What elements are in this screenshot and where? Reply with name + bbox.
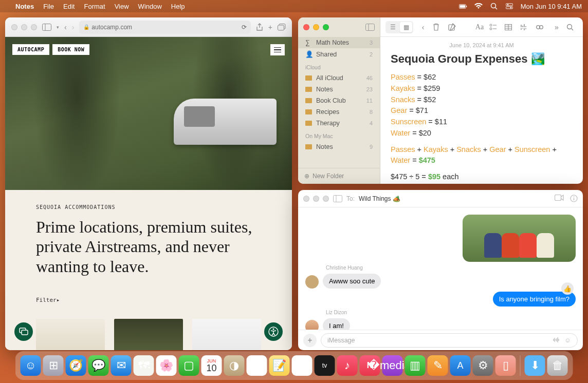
back-icon[interactable]: ‹ [64, 23, 67, 31]
dock-finder[interactable]: ☺ [21, 355, 41, 376]
menu-format[interactable]: Format [84, 3, 105, 10]
message-bubble[interactable]: Awww soo cute [323, 274, 381, 289]
sidebar-toggle-icon[interactable] [365, 24, 375, 31]
apps-button[interactable]: + [303, 334, 317, 347]
dock-contacts[interactable]: ◑ [224, 355, 245, 376]
info-icon[interactable] [570, 195, 578, 202]
menu-file[interactable]: File [43, 3, 54, 10]
folder-row[interactable]: Notes23 [298, 84, 380, 95]
book-now-button[interactable]: BOOK NOW [52, 44, 89, 55]
app-menu[interactable]: Notes [15, 3, 34, 10]
forward-icon[interactable]: › [72, 23, 75, 31]
view-toggle[interactable]: ☰ ▦ [385, 21, 413, 33]
chevron-down-icon[interactable]: ▾ [57, 25, 59, 30]
folder-row[interactable]: Therapy4 [298, 118, 380, 129]
more-icon[interactable]: » [551, 23, 562, 31]
folder-row[interactable]: Recipes8 [298, 106, 380, 118]
listing-thumb[interactable] [114, 319, 183, 350]
window-controls[interactable] [303, 24, 329, 30]
site-logo[interactable]: AUTOCAMP [12, 44, 49, 55]
sidebar-toggle-icon[interactable] [42, 24, 51, 31]
tapback-icon[interactable]: 👍 [561, 282, 574, 295]
share-icon[interactable] [256, 23, 263, 31]
tabs-icon[interactable] [278, 24, 286, 31]
dock-pages[interactable]: ✎ [428, 355, 448, 376]
media-icon[interactable] [520, 24, 531, 31]
reload-icon[interactable]: ⟳ [242, 24, 247, 31]
filter-button[interactable]: Filter▸ [36, 297, 261, 303]
accessibility-icon[interactable] [264, 322, 283, 341]
dock-safari[interactable]: 🧭 [66, 355, 86, 376]
dock-calendar[interactable]: JUN10 [201, 355, 222, 376]
wifi-icon[interactable] [474, 2, 483, 10]
menu-view[interactable]: View [115, 3, 129, 10]
window-controls[interactable] [303, 196, 329, 202]
format-icon[interactable]: Aa [474, 23, 485, 31]
address-bar[interactable]: 🔒 autocamp.com ⟳ [79, 21, 250, 34]
gallery-view-icon[interactable]: ▦ [400, 22, 412, 32]
safari-viewport[interactable]: AUTOCAMP BOOK NOW SEQUOIA ACCOMMODATIONS… [5, 37, 292, 350]
back-icon[interactable]: ‹ [417, 23, 429, 31]
checklist-icon[interactable] [489, 24, 501, 31]
audio-icon[interactable] [552, 337, 560, 344]
dock-photos[interactable]: 🌸 [156, 355, 177, 376]
spotlight-icon[interactable] [490, 2, 498, 10]
trash-icon[interactable] [433, 23, 444, 31]
link-icon[interactable] [536, 24, 547, 30]
dock-mail[interactable]: ✉ [111, 355, 132, 376]
dock-downloads[interactable]: ⬇ [525, 355, 545, 376]
avatar[interactable] [305, 320, 319, 330]
folder-row[interactable]: All iCloud46 [298, 72, 380, 84]
dock-launchpad[interactable]: ⊞ [43, 355, 64, 376]
dock-tv[interactable]: tv [315, 355, 335, 376]
dock-facetime[interactable]: ▢ [179, 355, 199, 376]
avatar[interactable] [305, 275, 319, 289]
menu-window[interactable]: Window [138, 3, 162, 10]
dock-settings[interactable]: ⚙ [473, 355, 493, 376]
battery-icon[interactable] [459, 2, 467, 10]
chat-icon[interactable] [14, 322, 33, 341]
sidebar-toggle-icon[interactable] [333, 195, 342, 202]
dock-music[interactable]: ♪ [337, 355, 358, 376]
dock-maps[interactable]: 🗺 [134, 355, 154, 376]
dock-iphone-mirror[interactable]: ▯ [495, 355, 516, 376]
folder-row[interactable]: Notes9 [298, 141, 380, 152]
menu-edit[interactable]: Edit [63, 3, 75, 10]
listing-thumb[interactable] [36, 319, 105, 350]
listing-thumb[interactable] [192, 319, 261, 350]
message-input[interactable]: iMessage ☺ [321, 333, 578, 348]
dock-appstore[interactable]: A [450, 355, 471, 376]
list-view-icon[interactable]: ☰ [387, 22, 399, 32]
clock[interactable]: Mon Jun 10 9:41 AM [521, 3, 582, 10]
compose-icon[interactable] [448, 23, 460, 31]
dock-reminders[interactable]: ☰ [247, 355, 267, 376]
note-line: Gear = $71 [391, 105, 573, 117]
dock-podcasts[interactable]: �median [382, 355, 403, 376]
window-controls[interactable] [11, 24, 37, 30]
search-icon[interactable] [566, 24, 578, 31]
dock-trash[interactable]: 🗑 [547, 355, 568, 376]
note-body[interactable]: June 10, 2024 at 9:41 AM Sequoia Group E… [380, 37, 583, 184]
message-bubble[interactable]: Is anyone bringing film?👍 [493, 292, 576, 307]
image-message[interactable] [463, 215, 576, 262]
emoji-icon[interactable]: ☺ [564, 337, 571, 344]
svg-point-6 [507, 4, 508, 6]
menu-help[interactable]: Help [171, 3, 185, 10]
dock-messages[interactable]: 💬 [88, 355, 109, 376]
new-folder-button[interactable]: ⊕ New Folder [298, 168, 380, 184]
hamburger-menu[interactable] [270, 44, 285, 55]
dock-notes[interactable]: 📝 [269, 355, 290, 376]
folder-row[interactable]: Book Club11 [298, 95, 380, 106]
folder-row[interactable]: ∑Math Notes3 [298, 37, 380, 48]
message-bubble[interactable]: I am! [323, 318, 350, 330]
facetime-icon[interactable] [555, 195, 564, 202]
dock-numbers[interactable]: ▥ [405, 355, 426, 376]
svg-rect-12 [278, 25, 284, 30]
messages-body[interactable]: Christine HuangAwww soo cuteIs anyone br… [298, 207, 583, 330]
control-center-icon[interactable] [505, 2, 513, 10]
table-icon[interactable] [505, 24, 516, 30]
new-tab-icon[interactable]: + [268, 23, 272, 31]
folder-row[interactable]: 👤Shared2 [298, 48, 380, 60]
to-value[interactable]: Wild Things 🏕️ [359, 195, 400, 202]
dock-freeform[interactable]: 〰 [292, 355, 313, 376]
